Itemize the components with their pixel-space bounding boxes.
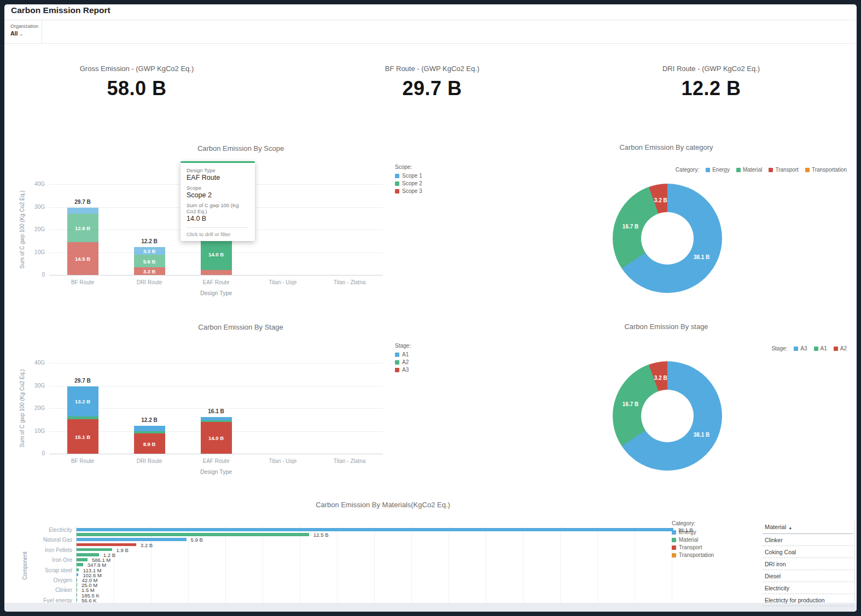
material-row-diesel[interactable]: Diesel	[763, 570, 853, 582]
bar-total-label-bf-route: 29.7 B	[61, 199, 104, 205]
x-tick-label-titan-zlatna: Titan - Zlatna	[319, 279, 380, 285]
legend-item-energy[interactable]: Energy	[706, 167, 730, 173]
bar-segment-eaf-route-a3[interactable]: 14.0 B	[201, 422, 232, 454]
bar-segment-dri-route-scope-1[interactable]: 3.3 B	[134, 247, 165, 255]
sort-asc-icon: ▲	[788, 526, 792, 530]
hbar-bar-clinker[interactable]	[77, 588, 77, 591]
app-frame: Carbon Emission Report Organization All⌄…	[0, 0, 861, 616]
bar-total-label-dri-route: 12.2 B	[127, 238, 171, 244]
hbar-bar-natural-gas[interactable]	[77, 538, 187, 541]
bar-total-label-bf-route: 29.7 B	[61, 378, 104, 384]
materials-table-header[interactable]: Material▲	[763, 524, 853, 534]
legend-swatch-blue	[706, 168, 710, 172]
bar-segment-bf-route-scope-3[interactable]: 14.5 B	[67, 242, 98, 275]
scope_bar-legend-title: Scope:	[395, 164, 412, 170]
tooltip-field-value: Scope 2	[187, 191, 249, 199]
hbar-category-label-natural-gas: Natural Gas	[15, 537, 72, 543]
material-row-electricty-for-production[interactable]: Electricty for production	[763, 594, 853, 606]
gridline	[635, 526, 635, 603]
material-row-coking-coal[interactable]: Coking Coal	[763, 546, 853, 558]
hbar-bar-row-11[interactable]	[77, 583, 77, 586]
bar-segment-eaf-route-a1[interactable]	[201, 417, 232, 420]
hbar-value-label: 1.9 B	[117, 547, 129, 553]
bar-segment-dri-route-scope-2[interactable]: 5.6 B	[134, 255, 165, 267]
legend-swatch-orange	[672, 553, 676, 558]
y-tick-label: 0	[22, 272, 45, 278]
legend-item-a2[interactable]: A2	[834, 345, 847, 351]
materials-table: Material▲ ClinkerCoking CoalDRI ironDies…	[763, 524, 853, 606]
organization-filter-value[interactable]: All⌄	[10, 30, 42, 37]
chevron-down-icon: ⌄	[19, 32, 23, 37]
hbar-bar-row-3[interactable]	[77, 543, 136, 547]
bar-segment-dri-route-a1[interactable]	[134, 426, 165, 431]
hbar-bar-fuel-energy[interactable]	[77, 599, 77, 602]
legend-item-label: Material	[679, 537, 699, 543]
dashboard-canvas: Carbon Emission Report Organization All⌄…	[4, 4, 857, 612]
y-axis-title: Sum of C gwp 100 (Kg Co2 Eq.)	[19, 191, 25, 269]
organization-filter-dropdown[interactable]: Organization All⌄	[5, 20, 42, 43]
legend-item-label: Transport	[679, 544, 702, 550]
y-tick-label: 0	[22, 450, 45, 456]
bar-segment-dri-route-a3[interactable]: 8.9 B	[134, 433, 165, 454]
bar-total-label-eaf-route: 16.1 B	[194, 408, 238, 414]
hbar-bar-row-9[interactable]	[77, 573, 78, 577]
bar-segment-bf-route-a3[interactable]: 15.1 B	[67, 419, 98, 454]
header-divider	[4, 20, 857, 20]
bar-segment-bf-route-scope-1[interactable]	[67, 208, 98, 214]
legend-item-material[interactable]: Material	[736, 167, 763, 173]
kpi-bf-route: BF Route - (GWP KgCo2 Eq.) 29.7 B	[328, 64, 536, 100]
gridline	[225, 526, 226, 603]
bar-segment-dri-route-a2[interactable]	[134, 431, 165, 433]
hbar-bar-row-13[interactable]	[77, 594, 77, 597]
hbar-bar-scrap-steel[interactable]	[77, 568, 79, 572]
bar-segment-dri-route-scope-3[interactable]: 3.3 B	[134, 267, 165, 275]
bar-segment-bf-route-a1[interactable]: 13.2 B	[67, 386, 98, 416]
organization-filter-label: Organization	[10, 24, 42, 29]
material-row-dri-iron[interactable]: DRI iron	[763, 558, 853, 570]
materials-table-rows: ClinkerCoking CoalDRI ironDieselElectric…	[763, 534, 853, 606]
legend-swatch-blue	[794, 347, 798, 351]
hbar-bar-iron-pellets[interactable]	[77, 548, 112, 552]
gridline	[411, 526, 412, 603]
gridline	[263, 526, 263, 603]
legend-swatch-red	[834, 347, 838, 351]
donut-slice-label-energy: 38.1 B	[694, 254, 709, 260]
donut-slice-label-transport: 3.2 B	[654, 197, 667, 203]
bar-segment-eaf-route-scope-2[interactable]: 14.0 B	[201, 238, 232, 270]
legend-item-a1[interactable]: A1	[814, 345, 827, 351]
legend-item-transport[interactable]: Transport	[769, 167, 798, 173]
kpi-value: 12.2 B	[607, 77, 815, 100]
kpi-title: Gross Emission - (GWP KgCo2 Eq.)	[33, 64, 241, 73]
bar-segment-bf-route-scope-2[interactable]: 12.6 B	[67, 214, 98, 242]
category_donut-legend: Category:EnergyMaterialTransportTranspor…	[676, 167, 847, 173]
tooltip-field-label: Scope	[187, 185, 249, 191]
hbar-category-label-clinker: Clinker	[15, 587, 72, 593]
legend-item-transportation[interactable]: Transportation	[805, 167, 847, 173]
donut-slice-label-a1: 16.7 B	[623, 401, 638, 407]
legend-swatch-blue	[672, 530, 676, 535]
hbar-bar-iron-ore[interactable]	[77, 558, 88, 561]
bottom-scroll-band[interactable]	[4, 603, 857, 612]
legend-swatch-green	[672, 538, 676, 542]
hbar-bar-row-7[interactable]	[77, 563, 83, 566]
legend-item-label: Scope 1	[402, 173, 422, 179]
hbar-bar-oxygen[interactable]	[77, 578, 77, 582]
y-tick-label: 10G	[22, 249, 45, 255]
legend-swatch-green	[814, 347, 818, 351]
legend-swatch-green	[395, 181, 399, 186]
bar-segment-label: 15.1 B	[67, 433, 98, 439]
hbar-bar-row-5[interactable]	[77, 553, 99, 556]
legend-swatch-red	[672, 545, 676, 550]
chart-title-category_donut: Carbon Emission By category	[557, 143, 776, 151]
material-row-electricity[interactable]: Electricity	[763, 582, 853, 594]
y-axis-title: Component	[22, 552, 28, 580]
hbar-bar-electricity[interactable]	[77, 528, 673, 531]
legend-item-a3[interactable]: A3	[794, 345, 807, 351]
bar-segment-eaf-route-scope-3[interactable]	[201, 270, 232, 275]
tooltip-field-value: 14.0 B	[187, 215, 249, 222]
bar-segment-eaf-route-a2[interactable]	[201, 420, 232, 422]
bar-segment-bf-route-a2[interactable]	[67, 416, 98, 420]
material-row-clinker[interactable]: Clinker	[763, 534, 853, 546]
chart-tooltip: Design Type EAF Route Scope Scope 2 Sum …	[181, 161, 255, 241]
hbar-bar-row-1[interactable]	[77, 533, 309, 536]
